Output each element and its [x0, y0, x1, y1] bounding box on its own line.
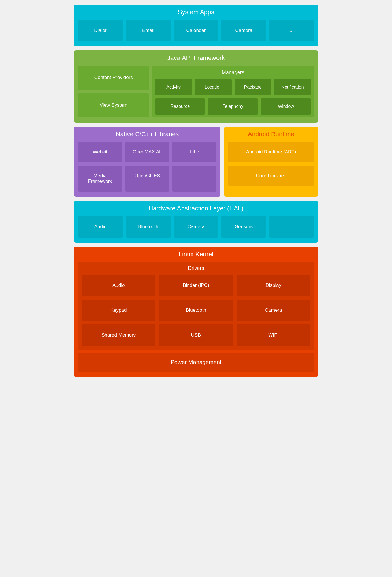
driver-audio: Audio: [82, 275, 155, 296]
native-openmax: OpenMAX AL: [125, 142, 169, 162]
native-libs-title: Native C/C++ Libraries: [78, 131, 216, 138]
manager-telephony: Telephony: [208, 98, 258, 115]
native-grid: Webkit OpenMAX AL Libc Media Framework O…: [78, 142, 216, 192]
view-system-box: View System: [78, 93, 149, 118]
power-management-box: Power Management: [78, 353, 314, 372]
java-left: Content Providers View System: [78, 66, 149, 117]
native-more: ...: [172, 166, 216, 192]
system-apps-section: System Apps Dialer Email Calendar Camera…: [74, 5, 318, 46]
runtime-grid: Android Runtime (ART) Core Libraries: [228, 142, 314, 186]
managers-grid: Activity Location Package Notification R…: [155, 79, 311, 115]
native-libc: Libc: [172, 142, 216, 162]
java-api-title: Java API Framework: [78, 54, 314, 62]
android-runtime-section: Android Runtime Android Runtime (ART) Co…: [224, 127, 318, 197]
app-more: ...: [269, 20, 314, 41]
manager-activity: Activity: [155, 79, 192, 95]
driver-binder: Binder (IPC): [159, 275, 233, 296]
hal-title: Hardware Abstraction Layer (HAL): [78, 205, 314, 212]
hal-camera: Camera: [174, 216, 218, 238]
drivers-row-3: Shared Memory USB WIFI: [82, 324, 310, 346]
runtime-art: Android Runtime (ART): [228, 142, 314, 162]
managers-row-1: Activity Location Package Notification: [155, 79, 311, 95]
apps-row: Dialer Email Calendar Camera ...: [78, 20, 314, 41]
app-dialer: Dialer: [78, 20, 123, 41]
native-runtime-row: Native C/C++ Libraries Webkit OpenMAX AL…: [74, 127, 318, 197]
app-camera: Camera: [221, 20, 266, 41]
linux-kernel-section: Linux Kernel Drivers Audio Binder (IPC) …: [74, 247, 318, 377]
hal-section: Hardware Abstraction Layer (HAL) Audio B…: [74, 201, 318, 243]
runtime-core-libs: Core Libraries: [228, 166, 314, 186]
java-content: Content Providers View System Managers A…: [78, 66, 314, 117]
driver-shared-memory: Shared Memory: [82, 324, 155, 346]
drivers-title: Drivers: [82, 265, 310, 271]
manager-resource: Resource: [155, 98, 205, 115]
android-architecture-diagram: System Apps Dialer Email Calendar Camera…: [70, 0, 322, 381]
manager-location: Location: [195, 79, 232, 95]
native-row-1: Webkit OpenMAX AL Libc: [78, 142, 216, 162]
drivers-grid: Audio Binder (IPC) Display Keypad Blueto…: [82, 275, 310, 346]
content-providers-box: Content Providers: [78, 66, 149, 90]
driver-usb: USB: [159, 324, 233, 346]
drivers-section: Drivers Audio Binder (IPC) Display Keypa…: [78, 262, 314, 350]
hal-sensors: Sensors: [221, 216, 266, 238]
native-libs-section: Native C/C++ Libraries Webkit OpenMAX AL…: [74, 127, 220, 197]
linux-kernel-title: Linux Kernel: [78, 251, 314, 258]
hal-audio: Audio: [78, 216, 123, 238]
managers-container: Managers Activity Location Package Notif…: [152, 66, 314, 117]
driver-keypad: Keypad: [82, 300, 155, 321]
native-webkit: Webkit: [78, 142, 122, 162]
hal-more: ...: [269, 216, 314, 238]
hal-row: Audio Bluetooth Camera Sensors ...: [78, 216, 314, 238]
driver-wifi: WIFI: [237, 324, 310, 346]
native-media-framework: Media Framework: [78, 166, 122, 192]
drivers-row-2: Keypad Bluetooth Camera: [82, 300, 310, 321]
system-apps-title: System Apps: [78, 8, 314, 16]
app-calendar: Calendar: [174, 20, 218, 41]
native-opengl: OpenGL ES: [125, 166, 169, 192]
hal-bluetooth: Bluetooth: [126, 216, 171, 238]
driver-display: Display: [237, 275, 310, 296]
manager-notification: Notification: [274, 79, 311, 95]
native-row-2: Media Framework OpenGL ES ...: [78, 166, 216, 192]
app-email: Email: [126, 20, 171, 41]
managers-row-2: Resource Telephony Window: [155, 98, 311, 115]
manager-window: Window: [261, 98, 311, 115]
manager-package: Package: [235, 79, 271, 95]
driver-bluetooth: Bluetooth: [159, 300, 233, 321]
java-api-section: Java API Framework Content Providers Vie…: [74, 50, 318, 123]
drivers-row-1: Audio Binder (IPC) Display: [82, 275, 310, 296]
android-runtime-title: Android Runtime: [228, 131, 314, 138]
managers-title: Managers: [155, 70, 311, 76]
driver-camera: Camera: [237, 300, 310, 321]
